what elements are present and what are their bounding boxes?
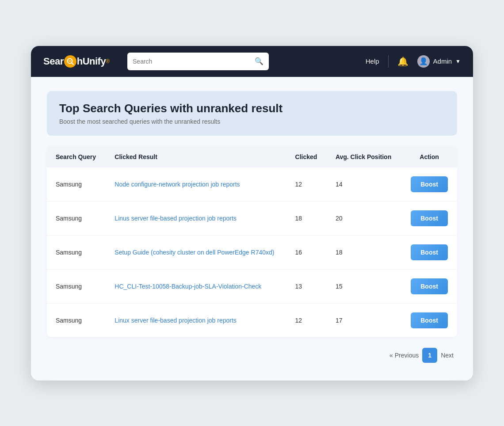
logo-icon [64,55,76,68]
col-clicked-result: Clicked Result [106,146,286,167]
nav-right: Help 🔔 👤 Admin ▼ [366,55,461,68]
cell-clicked-result: Setup Guide (cohesity cluster on dell Po… [106,235,286,269]
next-label: Next [441,352,454,359]
next-button[interactable]: Next [441,352,454,359]
cell-clicked: 12 [286,303,327,337]
boost-button[interactable]: Boost [411,244,448,260]
boost-button[interactable]: Boost [411,312,448,328]
cell-search-query: Samsung [47,201,106,235]
result-link[interactable]: Node configure-network projection job re… [115,181,240,188]
logo-text-2: hUnify [77,56,106,67]
boost-button[interactable]: Boost [411,176,448,192]
result-link[interactable]: Linux server file-based projection job r… [115,317,236,324]
table-row: Samsung Linus server file-based projecti… [47,201,457,235]
cell-action: Boost [401,303,457,337]
logo-trademark: ® [106,58,110,65]
avatar: 👤 [417,55,430,68]
result-link[interactable]: Setup Guide (cohesity cluster on dell Po… [115,249,274,256]
cell-avg-click: 20 [327,201,401,235]
cell-avg-click: 18 [327,235,401,269]
main-content: Top Search Queries with unranked result … [31,77,473,380]
cell-clicked: 18 [286,201,327,235]
cell-avg-click: 15 [327,269,401,303]
svg-line-1 [72,63,73,65]
cell-avg-click: 14 [327,167,401,202]
page-1-button[interactable]: 1 [422,348,437,363]
nav-divider [388,55,389,68]
search-input[interactable] [133,58,255,65]
pagination: « Previous 1 Next [47,337,457,365]
cell-action: Boost [401,201,457,235]
col-search-query: Search Query [47,146,106,167]
cell-action: Boost [401,167,457,202]
col-action: Action [401,146,457,167]
table-header: Search Query Clicked Result Clicked Avg.… [47,146,457,167]
bell-icon[interactable]: 🔔 [397,56,409,67]
boost-button[interactable]: Boost [411,278,448,294]
chevron-down-icon: ▼ [455,58,461,65]
table-row: Samsung HC_CLI-Test-10058-Backup-job-SLA… [47,269,457,303]
logo: Sear hUnify ® [43,55,110,68]
results-table-wrapper: Search Query Clicked Result Clicked Avg.… [47,146,457,337]
cell-clicked-result: HC_CLI-Test-10058-Backup-job-SLA-Violati… [106,269,286,303]
help-link[interactable]: Help [366,57,379,65]
search-bar: 🔍 [127,53,269,70]
page-subtitle: Boost the most searched queries with the… [59,118,445,125]
page-header: Top Search Queries with unranked result … [47,91,457,136]
cell-clicked: 16 [286,235,327,269]
result-link[interactable]: Linus server file-based projection job r… [115,215,236,222]
cell-action: Boost [401,269,457,303]
cell-search-query: Samsung [47,235,106,269]
table-row: Samsung Node configure-network projectio… [47,167,457,202]
col-clicked: Clicked [286,146,327,167]
results-table: Search Query Clicked Result Clicked Avg.… [47,146,457,337]
logo-text-1: Sear [43,56,64,67]
table-row: Samsung Setup Guide (cohesity cluster on… [47,235,457,269]
prev-label: Previous [395,352,419,359]
cell-clicked-result: Linux server file-based projection job r… [106,303,286,337]
table-row: Samsung Linux server file-based projecti… [47,303,457,337]
prev-button[interactable]: « Previous [389,352,419,359]
cell-action: Boost [401,235,457,269]
search-icon: 🔍 [255,57,263,65]
cell-clicked: 12 [286,167,327,202]
cell-clicked-result: Node configure-network projection job re… [106,167,286,202]
admin-button[interactable]: 👤 Admin ▼ [417,55,461,68]
navbar: Sear hUnify ® 🔍 Help 🔔 👤 Admin ▼ [31,46,473,77]
cell-clicked-result: Linus server file-based projection job r… [106,201,286,235]
boost-button[interactable]: Boost [411,210,448,226]
cell-search-query: Samsung [47,167,106,202]
result-link[interactable]: HC_CLI-Test-10058-Backup-job-SLA-Violati… [115,283,261,290]
cell-clicked: 13 [286,269,327,303]
chevron-left-icon: « [389,352,393,359]
cell-avg-click: 17 [327,303,401,337]
admin-label: Admin [433,57,452,65]
cell-search-query: Samsung [47,269,106,303]
table-body: Samsung Node configure-network projectio… [47,167,457,337]
col-avg-click: Avg. Click Position [327,146,401,167]
page-title: Top Search Queries with unranked result [59,102,445,115]
cell-search-query: Samsung [47,303,106,337]
app-container: Sear hUnify ® 🔍 Help 🔔 👤 Admin ▼ [31,46,473,380]
